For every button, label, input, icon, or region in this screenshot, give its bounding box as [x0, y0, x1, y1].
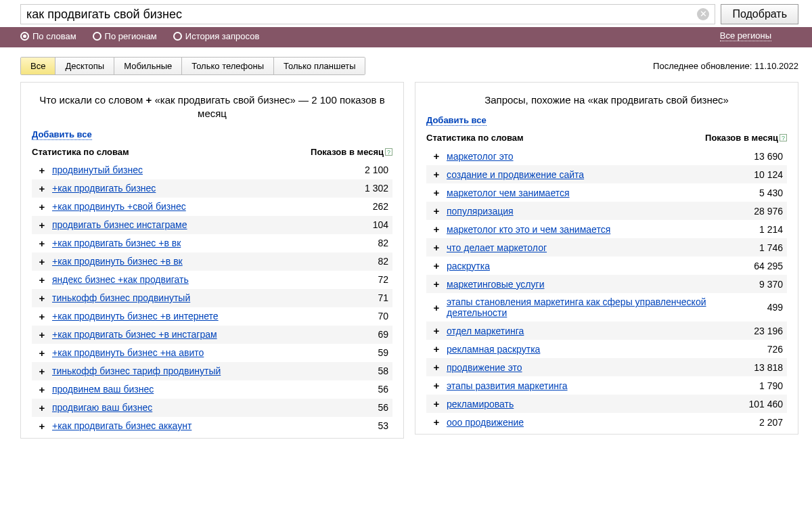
- device-tab[interactable]: Десктопы: [55, 58, 114, 74]
- keyword-link[interactable]: раскрутка: [447, 261, 490, 271]
- add-icon[interactable]: +: [429, 223, 444, 235]
- add-icon[interactable]: +: [429, 343, 444, 355]
- add-icon[interactable]: +: [429, 398, 444, 409]
- radio-icon: [173, 32, 182, 41]
- add-icon[interactable]: +: [429, 361, 444, 373]
- device-tab[interactable]: Мобильные: [114, 58, 182, 74]
- add-icon[interactable]: +: [35, 256, 49, 267]
- keyword-cell: +как продвинуть бизнес +в интернете: [52, 311, 338, 321]
- device-tab[interactable]: Только телефоны: [182, 58, 274, 74]
- keyword-link[interactable]: тинькофф бизнес продвинутый: [52, 292, 190, 303]
- keyword-link[interactable]: популяризация: [447, 206, 514, 217]
- table-row: +маркетолог чем занимается5 430: [426, 183, 787, 202]
- table-row: +маркетолог кто это и чем занимается1 21…: [426, 220, 787, 238]
- keyword-cell: +как продвинуть бизнес +в вк: [52, 256, 338, 267]
- keyword-cell: этапы становления маркетинга как сферы у…: [447, 296, 733, 318]
- shows-value: 28 976: [736, 206, 783, 217]
- add-icon[interactable]: +: [35, 183, 49, 194]
- keyword-link[interactable]: продвигать бизнес инстаграме: [52, 219, 187, 230]
- add-all-link[interactable]: Добавить все: [426, 115, 487, 126]
- keyword-link[interactable]: +как продвигать бизнес +в инстаграм: [52, 329, 217, 340]
- keyword-link[interactable]: продвижение это: [447, 362, 522, 373]
- add-icon[interactable]: +: [35, 329, 49, 340]
- last-update-label: Последнее обновление:: [653, 61, 752, 71]
- add-icon[interactable]: +: [429, 302, 444, 313]
- radio-history[interactable]: История запросов: [173, 31, 260, 41]
- keyword-link[interactable]: маркетолог чем занимается: [447, 187, 570, 198]
- keyword-link[interactable]: продвигаю ваш бизнес: [52, 402, 152, 413]
- table-row: ++как продвинуть бизнес +на авито59: [32, 344, 392, 362]
- add-icon[interactable]: +: [429, 169, 444, 180]
- table-row: +создание и продвижение сайта10 124: [426, 165, 787, 183]
- shows-value: 101 460: [736, 399, 783, 409]
- add-icon[interactable]: +: [429, 150, 444, 162]
- table-row: ++как продвинуть +свой бизнес262: [32, 198, 392, 216]
- add-icon[interactable]: +: [35, 201, 49, 213]
- add-icon[interactable]: +: [35, 365, 49, 377]
- add-icon[interactable]: +: [35, 311, 49, 322]
- right-rows: +маркетолог это13 690+создание и продвиж…: [426, 147, 787, 431]
- keyword-link[interactable]: яндекс бизнес +как продвигать: [52, 274, 189, 285]
- shows-value: 10 124: [736, 169, 783, 180]
- shows-value: 2 207: [736, 417, 783, 428]
- add-icon[interactable]: +: [429, 416, 444, 428]
- keyword-cell: +как продвигать бизнес: [52, 183, 338, 194]
- add-icon[interactable]: +: [429, 187, 444, 198]
- help-icon[interactable]: ?: [780, 134, 787, 141]
- add-icon[interactable]: +: [35, 219, 49, 231]
- keyword-link[interactable]: +как продвигать бизнес аккаунт: [52, 420, 191, 431]
- keyword-link[interactable]: продвинутый бизнес: [52, 164, 143, 175]
- keyword-cell: маркетолог это: [447, 151, 733, 162]
- keyword-link[interactable]: отдел маркетинга: [447, 326, 524, 336]
- shows-value: 104: [341, 219, 388, 230]
- search-button[interactable]: Подобрать: [721, 4, 798, 24]
- keyword-link[interactable]: маркетолог кто это и чем занимается: [447, 224, 610, 235]
- keyword-link[interactable]: этапы развития маркетинга: [447, 380, 568, 391]
- add-icon[interactable]: +: [35, 402, 49, 414]
- keyword-link[interactable]: +как продвинуть бизнес +в вк: [52, 256, 183, 267]
- table-row: ++как продвигать бизнес +в вк82: [32, 234, 392, 252]
- add-all-link[interactable]: Добавить все: [32, 129, 92, 140]
- add-icon[interactable]: +: [35, 420, 49, 432]
- add-icon[interactable]: +: [35, 384, 49, 395]
- keyword-link[interactable]: +как продвигать бизнес: [52, 183, 156, 194]
- device-tab[interactable]: Только планшеты: [274, 58, 365, 74]
- keyword-link[interactable]: этапы становления маркетинга как сферы у…: [447, 296, 706, 318]
- th-shows: Показов в месяц ?: [705, 133, 787, 143]
- keyword-link[interactable]: маркетинговые услуги: [447, 279, 544, 290]
- region-link[interactable]: Все регионы: [720, 30, 771, 41]
- keyword-link[interactable]: +как продвинуть бизнес +на авито: [52, 347, 204, 358]
- add-icon[interactable]: +: [429, 380, 444, 391]
- table-row: +популяризация28 976: [426, 202, 787, 220]
- add-icon[interactable]: +: [429, 205, 444, 217]
- keyword-link[interactable]: +как продвинуть бизнес +в интернете: [52, 311, 219, 321]
- keyword-link[interactable]: рекламировать: [447, 399, 514, 409]
- add-icon[interactable]: +: [35, 292, 49, 304]
- add-icon[interactable]: +: [429, 242, 444, 253]
- device-tab[interactable]: Все: [21, 58, 55, 74]
- keyword-link[interactable]: +как продвинуть +свой бизнес: [52, 201, 186, 212]
- keyword-link[interactable]: маркетолог это: [447, 151, 514, 162]
- add-icon[interactable]: +: [35, 164, 49, 176]
- th-stat: Статистика по словам: [32, 147, 311, 157]
- keyword-link[interactable]: продвинем ваш бизнес: [52, 384, 154, 395]
- add-icon[interactable]: +: [429, 278, 444, 290]
- add-icon[interactable]: +: [35, 274, 49, 286]
- keyword-link[interactable]: тинькофф бизнес тариф продвинутый: [52, 365, 221, 376]
- search-input[interactable]: [21, 5, 697, 24]
- clear-icon[interactable]: ✕: [697, 8, 709, 20]
- keyword-link[interactable]: что делает маркетолог: [447, 242, 547, 253]
- add-icon[interactable]: +: [429, 260, 444, 271]
- keyword-link[interactable]: +как продвигать бизнес +в вк: [52, 238, 181, 248]
- keyword-link[interactable]: создание и продвижение сайта: [447, 169, 584, 180]
- radio-by-regions[interactable]: По регионам: [93, 31, 157, 41]
- add-icon[interactable]: +: [35, 347, 49, 359]
- radio-by-words[interactable]: По словам: [20, 31, 76, 41]
- keyword-link[interactable]: ооо продвижение: [447, 417, 524, 428]
- add-icon[interactable]: +: [35, 238, 49, 249]
- shows-value: 56: [341, 384, 388, 395]
- add-icon[interactable]: +: [429, 325, 444, 336]
- table-row: +рекламировать101 460: [426, 395, 787, 413]
- keyword-link[interactable]: рекламная раскрутка: [447, 344, 540, 355]
- help-icon[interactable]: ?: [385, 148, 392, 156]
